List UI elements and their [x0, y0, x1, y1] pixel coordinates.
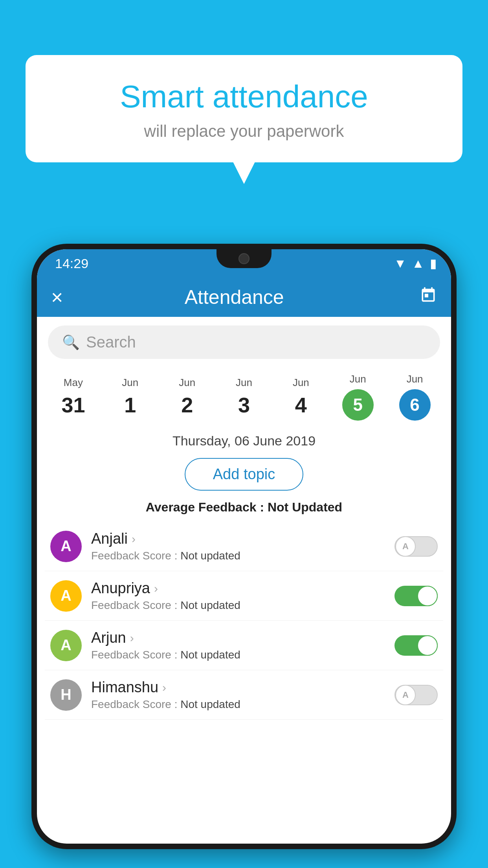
- chevron-right-icon: ›: [154, 582, 158, 595]
- student-feedback-value: Not updated: [180, 550, 240, 562]
- calendar-button[interactable]: [420, 287, 437, 308]
- student-name: Anjali ›: [91, 530, 385, 547]
- student-feedback-value: Not updated: [180, 649, 240, 661]
- speech-bubble-container: Smart attendance will replace your paper…: [26, 55, 462, 162]
- speech-bubble: Smart attendance will replace your paper…: [26, 55, 462, 162]
- student-feedback: Feedback Score : Not updated: [91, 698, 385, 711]
- attendance-toggle[interactable]: A A: [394, 536, 438, 557]
- student-name: Himanshu ›: [91, 679, 385, 696]
- signal-icon: ▲: [412, 256, 424, 271]
- student-avatar: A: [50, 580, 82, 612]
- calendar-day[interactable]: May 31: [45, 371, 102, 423]
- student-row[interactable]: A Anupriya › Feedback Score : Not update…: [45, 571, 443, 621]
- chevron-right-icon: ›: [162, 681, 166, 694]
- student-info: Arjun › Feedback Score : Not updated: [91, 629, 385, 661]
- cal-day-num: 3: [238, 393, 250, 417]
- average-feedback: Average Feedback : Not Updated: [37, 496, 451, 522]
- avg-feedback-value: Not Updated: [268, 500, 342, 514]
- avg-feedback-label: Average Feedback :: [146, 500, 268, 514]
- cal-day-num: 1: [124, 393, 136, 417]
- student-feedback: Feedback Score : Not updated: [91, 550, 385, 562]
- student-row[interactable]: A Anjali › Feedback Score : Not updated …: [45, 522, 443, 571]
- status-icons: ▼ ▲ ▮: [394, 256, 437, 271]
- add-topic-button[interactable]: Add topic: [185, 458, 303, 491]
- cal-month-label: Jun: [293, 377, 309, 389]
- search-input[interactable]: Search: [86, 333, 136, 351]
- cal-month-label: Jun: [122, 377, 138, 389]
- cal-day-num: 5: [342, 389, 374, 421]
- chevron-right-icon: ›: [132, 532, 136, 546]
- toggle-letter-right: P: [427, 590, 433, 601]
- student-avatar: H: [50, 679, 82, 711]
- chevron-right-icon: ›: [130, 631, 134, 645]
- speech-bubble-subtitle: will replace your paperwork: [53, 122, 435, 141]
- student-name: Arjun ›: [91, 629, 385, 646]
- student-row[interactable]: H Himanshu › Feedback Score : Not update…: [45, 670, 443, 720]
- cal-month-label: Jun: [350, 373, 366, 385]
- student-feedback: Feedback Score : Not updated: [91, 599, 385, 612]
- attendance-toggle[interactable]: A A: [394, 685, 438, 705]
- student-feedback: Feedback Score : Not updated: [91, 649, 385, 661]
- student-name: Anupriya ›: [91, 580, 385, 597]
- search-icon: 🔍: [62, 334, 80, 351]
- search-bar[interactable]: 🔍 Search: [48, 326, 440, 359]
- status-time: 14:29: [51, 256, 88, 271]
- app-bar-title: Attendance: [49, 286, 420, 309]
- student-info: Himanshu › Feedback Score : Not updated: [91, 679, 385, 711]
- calendar-day[interactable]: Jun 4: [272, 371, 329, 423]
- calendar-strip: May 31 Jun 1 Jun 2 Jun 3 Jun 4 Jun 5 Jun…: [37, 368, 451, 426]
- student-row[interactable]: A Arjun › Feedback Score : Not updated P: [45, 621, 443, 670]
- attendance-toggle[interactable]: P: [394, 586, 438, 606]
- student-feedback-value: Not updated: [180, 698, 240, 710]
- battery-icon: ▮: [430, 256, 437, 271]
- student-avatar: A: [50, 531, 82, 562]
- cal-month-label: Jun: [236, 377, 252, 389]
- student-feedback-value: Not updated: [180, 599, 240, 611]
- phone-screen: 14:29 ▼ ▲ ▮ × Attendance 🔍 Search May: [37, 249, 451, 844]
- cal-month-label: Jun: [179, 377, 195, 389]
- cal-day-num: 6: [399, 389, 431, 421]
- wifi-icon: ▼: [394, 256, 407, 271]
- student-avatar: A: [50, 630, 82, 661]
- cal-day-num: 2: [181, 393, 193, 417]
- student-info: Anupriya › Feedback Score : Not updated: [91, 580, 385, 612]
- cal-month-label: May: [64, 377, 83, 389]
- calendar-day[interactable]: Jun 6: [386, 368, 443, 426]
- student-list: A Anjali › Feedback Score : Not updated …: [37, 522, 451, 720]
- calendar-day[interactable]: Jun 3: [216, 371, 273, 423]
- cal-day-num: 4: [295, 393, 307, 417]
- speech-bubble-title: Smart attendance: [53, 79, 435, 115]
- attendance-toggle[interactable]: P: [394, 635, 438, 656]
- toggle-letter-right: P: [427, 640, 433, 651]
- phone-device: 14:29 ▼ ▲ ▮ × Attendance 🔍 Search May: [31, 244, 457, 849]
- student-info: Anjali › Feedback Score : Not updated: [91, 530, 385, 562]
- calendar-day[interactable]: Jun 5: [329, 368, 386, 426]
- calendar-day[interactable]: Jun 2: [159, 371, 216, 423]
- toggle-thumb: A: [395, 685, 416, 705]
- app-bar: × Attendance: [37, 278, 451, 317]
- camera-icon: [238, 253, 250, 264]
- cal-month-label: Jun: [407, 373, 423, 385]
- toggle-thumb: A: [395, 536, 416, 557]
- phone-notch: [216, 249, 272, 268]
- selected-date-label: Thursday, 06 June 2019: [37, 426, 451, 452]
- calendar-day[interactable]: Jun 1: [102, 371, 159, 423]
- cal-day-num: 31: [61, 393, 85, 417]
